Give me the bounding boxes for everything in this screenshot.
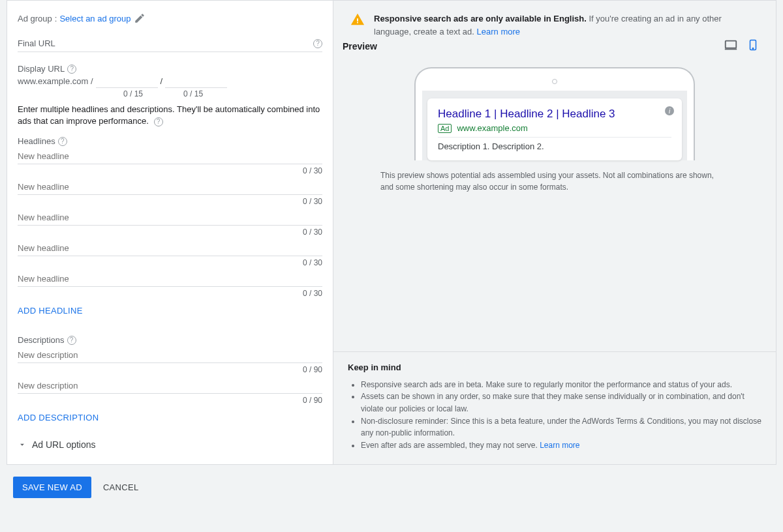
list-item: Even after ads are assembled, they may n… [361, 439, 761, 452]
display-url-domain: www.example.com / [18, 76, 93, 86]
headline-input-5[interactable] [18, 270, 322, 287]
preview-title: Preview [343, 41, 377, 52]
ad-url: www.example.com [457, 123, 527, 133]
info-icon[interactable]: i [665, 106, 674, 115]
description-counter: 0 / 90 [18, 396, 322, 405]
display-url-section: Display URL ? www.example.com / / 0 / 15… [18, 64, 322, 98]
mobile-icon[interactable] [747, 38, 759, 54]
warning-icon [350, 12, 365, 29]
headline-field: 0 / 30 [18, 178, 322, 206]
preview-header: Preview [333, 38, 776, 61]
keep-in-mind-section: Keep in mind Responsive search ads are i… [333, 351, 776, 465]
list-item: Non-disclosure reminder: Since this is a… [361, 415, 761, 439]
add-headline-button[interactable]: ADD HEADLINE [18, 306, 83, 316]
headline-input-2[interactable] [18, 178, 322, 195]
headline-field: 0 / 30 [18, 270, 322, 298]
final-url-label: Final URL [18, 38, 55, 48]
ad-group-label: Ad group [18, 14, 52, 23]
headline-counter: 0 / 30 [18, 197, 322, 206]
instruction-text: Enter multiple headlines and description… [18, 104, 322, 127]
footer-bar: SAVE NEW AD CANCEL [7, 465, 776, 510]
path1-counter: 0 / 15 [123, 89, 143, 98]
ad-group-row: Ad group: Select an ad group [18, 12, 322, 24]
description-input-2[interactable] [18, 377, 322, 394]
ad-headline: Headline 1 | Headline 2 | Headline 3 [438, 108, 671, 121]
headline-field: 0 / 30 [18, 209, 322, 237]
chevron-down-icon [18, 440, 27, 449]
ad-card-wrapper: i Headline 1 | Headline 2 | Headline 3 A… [422, 91, 687, 160]
descriptions-label: Descriptions ? [18, 335, 322, 345]
left-panel: Ad group: Select an ad group Final URL ?… [7, 1, 333, 464]
alert-learn-more-link[interactable]: Learn more [477, 27, 520, 37]
ad-url-row: Ad www.example.com [438, 123, 671, 133]
save-new-ad-button[interactable]: SAVE NEW AD [13, 477, 91, 498]
path2-counter: 0 / 15 [183, 89, 203, 98]
help-icon[interactable]: ? [58, 137, 67, 146]
path1-input[interactable] [96, 75, 158, 88]
alert-text: Responsive search ads are only available… [374, 12, 759, 38]
desktop-icon[interactable] [724, 38, 738, 54]
headline-input-1[interactable] [18, 147, 322, 164]
editor-container: Ad group: Select an ad group Final URL ?… [7, 0, 776, 465]
ad-preview-card: i Headline 1 | Headline 2 | Headline 3 A… [427, 98, 682, 160]
description-field: 0 / 90 [18, 377, 322, 405]
help-icon[interactable]: ? [67, 336, 76, 345]
headline-field: 0 / 30 [18, 147, 322, 175]
headline-counter: 0 / 30 [18, 258, 322, 267]
final-url-row[interactable]: Final URL ? [18, 36, 322, 52]
headline-counter: 0 / 30 [18, 166, 322, 175]
headline-input-4[interactable] [18, 239, 322, 256]
path2-input[interactable] [165, 75, 227, 88]
help-icon[interactable]: ? [154, 117, 163, 126]
svg-rect-0 [726, 41, 737, 48]
ad-group-select-link[interactable]: Select an ad group [59, 14, 130, 23]
list-item: Assets can be shown in any order, so mak… [361, 391, 761, 415]
cancel-button[interactable]: CANCEL [103, 482, 139, 492]
phone-speaker [552, 79, 557, 84]
add-description-button[interactable]: ADD DESCRIPTION [18, 413, 99, 422]
pencil-icon[interactable] [134, 12, 146, 24]
language-alert: Responsive search ads are only available… [333, 1, 776, 38]
preview-footnote: This preview shows potential ads assembl… [333, 164, 776, 206]
description-counter: 0 / 90 [18, 365, 322, 374]
headline-field: 0 / 30 [18, 239, 322, 267]
keep-learn-more-link[interactable]: Learn more [540, 441, 579, 450]
phone-preview-frame: i Headline 1 | Headline 2 | Headline 3 A… [414, 67, 695, 160]
help-icon[interactable]: ? [313, 39, 322, 48]
divider [438, 137, 671, 138]
path-separator: / [161, 76, 163, 86]
svg-point-2 [752, 48, 754, 50]
list-item: Responsive search ads are in beta. Make … [361, 379, 761, 391]
display-url-row: www.example.com / / [18, 75, 322, 88]
path-counters: 0 / 15 0 / 15 [123, 89, 322, 98]
keep-in-mind-title: Keep in mind [348, 362, 761, 372]
help-icon[interactable]: ? [67, 65, 76, 74]
right-panel: Responsive search ads are only available… [333, 1, 776, 464]
ad-description: Description 1. Description 2. [438, 141, 671, 151]
keep-in-mind-list: Responsive search ads are in beta. Make … [348, 379, 761, 452]
device-toggle [724, 38, 759, 54]
ad-url-options-toggle[interactable]: Ad URL options [18, 439, 322, 450]
headline-counter: 0 / 30 [18, 289, 322, 298]
headlines-label: Headlines ? [18, 136, 322, 146]
display-url-label: Display URL ? [18, 64, 322, 74]
headline-counter: 0 / 30 [18, 228, 322, 237]
ad-badge: Ad [438, 124, 452, 133]
description-input-1[interactable] [18, 346, 322, 363]
description-field: 0 / 90 [18, 346, 322, 374]
headline-input-3[interactable] [18, 209, 322, 226]
